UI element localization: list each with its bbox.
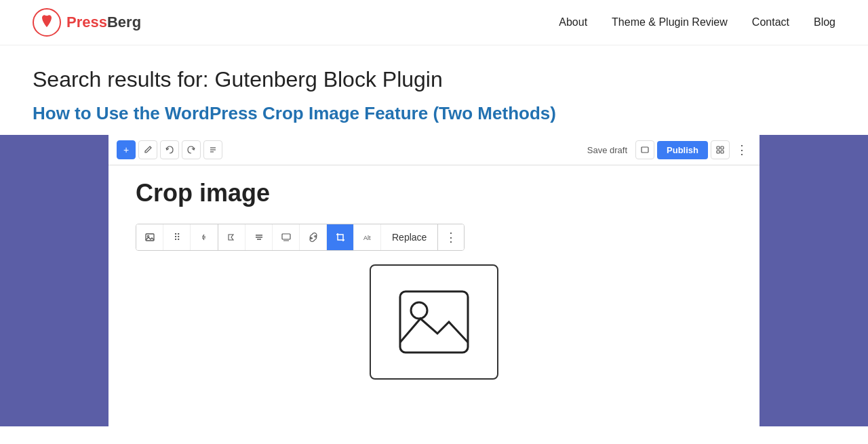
alt-text-button[interactable]: Alt [354,224,381,250]
replace-button[interactable]: Replace [381,224,438,250]
edit-button[interactable] [138,140,157,159]
site-header: PressBerg About Theme & Plugin Review Co… [0,0,868,45]
crop-button[interactable] [327,224,354,250]
link-button[interactable] [300,224,327,250]
align-left-button[interactable] [218,224,245,250]
image-block-toolbar: ⠿ [136,224,465,251]
image-tool-icon [144,232,155,243]
svg-rect-15 [282,234,290,239]
undo-icon [165,145,174,155]
redo-icon [186,145,196,155]
settings-icon [715,145,725,155]
publish-button[interactable]: Publish [657,141,708,159]
article-title-wrapper: How to Use the WordPress Crop Image Feat… [0,100,868,135]
add-block-button[interactable]: + [117,140,136,159]
nav-blog[interactable]: Blog [814,16,835,28]
image-placeholder-svg [393,285,475,359]
crop-icon [335,232,346,243]
featured-image-area: + [0,135,868,426]
image-more-button[interactable]: ⋮ [438,224,464,250]
move-icon [199,233,209,242]
svg-rect-10 [146,234,154,241]
content-title: Crop image [136,179,732,207]
editor-body: Crop image ⠿ [108,165,760,426]
align-left-icon [226,232,237,243]
image-placeholder [370,264,498,380]
align-center-button[interactable] [245,224,273,250]
sidebar-right [760,135,868,426]
align-center-icon [254,232,264,243]
undo-button[interactable] [160,140,179,159]
preview-button[interactable] [635,140,654,159]
logo[interactable]: PressBerg [33,8,141,37]
svg-rect-6 [717,146,719,149]
nav-theme-plugin[interactable]: Theme & Plugin Review [612,16,728,28]
caption-icon [281,232,292,243]
preview-icon [640,145,650,155]
list-view-button[interactable] [203,140,222,159]
main-nav: About Theme & Plugin Review Contact Blog [559,16,835,28]
nav-contact[interactable]: Contact [752,16,789,28]
image-placeholder-wrapper [136,264,732,380]
svg-rect-8 [717,150,719,153]
logo-text: PressBerg [66,14,141,31]
svg-point-11 [147,235,149,237]
search-heading: Search results for: Gutenberg Block Plug… [0,45,868,100]
drag-handle-button[interactable]: ⠿ [163,224,191,250]
svg-rect-5 [642,147,648,153]
svg-point-1 [45,16,49,20]
sidebar-left [0,135,108,426]
pencil-icon [143,145,153,155]
svg-point-19 [411,302,427,319]
move-up-down-button[interactable] [191,224,218,250]
svg-rect-7 [721,146,724,149]
settings-button[interactable] [711,140,730,159]
svg-rect-9 [721,150,724,153]
logo-icon [33,8,61,37]
wp-editor-toolbar: + [108,135,760,165]
link-icon [308,232,319,243]
more-options-button[interactable]: ⋮ [732,140,751,159]
article-title-link[interactable]: How to Use the WordPress Crop Image Feat… [33,103,556,123]
svg-text:Alt: Alt [363,235,371,241]
svg-rect-18 [400,291,468,352]
nav-about[interactable]: About [559,16,587,28]
editor-mockup: + [108,135,760,426]
save-draft-button[interactable]: Save draft [582,142,633,158]
redo-button[interactable] [182,140,201,159]
alt-text-icon: Alt [362,232,373,243]
image-tool-group-1: ⠿ [136,224,218,250]
caption-button[interactable] [273,224,300,250]
image-icon-button[interactable] [136,224,163,250]
list-icon [208,145,218,155]
